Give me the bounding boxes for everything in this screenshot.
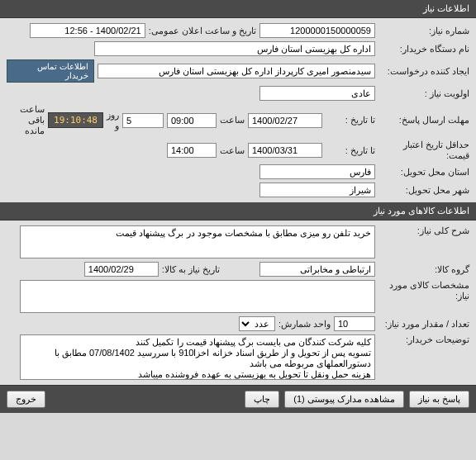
buyer-label: نام دستگاه خریدار:	[378, 44, 469, 55]
creator-label: ایجاد کننده درخواست:	[378, 66, 469, 77]
group-field	[259, 262, 375, 277]
delivery-city-label: شهر محل تحویل:	[378, 185, 469, 196]
contact-buyer-button[interactable]: اطلاعات تماس خریدار	[7, 59, 94, 83]
reply-button[interactable]: پاسخ به نیاز	[409, 391, 469, 408]
section2-body: شرح کلی نیاز: گروه کالا: تاریخ نیاز به ک…	[0, 221, 476, 385]
to-date-label: تا تاریخ :	[326, 115, 375, 126]
deadline-label: مهلت ارسال پاسخ:	[378, 115, 469, 126]
priority-field	[259, 86, 375, 101]
button-bar: پاسخ به نیاز مشاهده مدارک پیوستی (1) چاپ…	[0, 385, 476, 413]
need-by-label: تاریخ نیاز به کالا:	[162, 264, 220, 275]
qty-label: تعداد / مقدار مورد نیاز:	[378, 319, 469, 330]
general-desc-field	[20, 225, 375, 258]
request-no-field	[259, 23, 375, 38]
buyer-field	[94, 41, 375, 56]
notes-label: توضیحات خریدار:	[378, 334, 469, 345]
section2-header: اطلاعات کالاهای مورد نیاز	[0, 202, 476, 221]
time-label-2: ساعت	[220, 145, 245, 156]
delivery-province-field	[259, 164, 375, 179]
request-no-label: شماره نیاز:	[378, 26, 469, 36]
public-datetime-label: تاریخ و ساعت اعلان عمومی:	[149, 26, 256, 36]
general-desc-label: شرح کلی نیاز:	[378, 225, 469, 236]
exit-button[interactable]: خروج	[7, 391, 45, 408]
countdown-timer: 19:10:48	[48, 112, 103, 128]
min-validity-label: حداقل تاریخ اعتبار قیمت:	[378, 140, 469, 161]
time-label-1: ساعت	[220, 115, 245, 126]
day-and-label: روز و	[107, 110, 119, 131]
delivery-province-label: استان محل تحویل:	[378, 167, 469, 178]
qty-field	[334, 316, 375, 331]
min-validity-time-field	[167, 143, 217, 158]
creator-field	[98, 64, 375, 78]
group-label: گروه کالا:	[378, 264, 469, 275]
section1-body: شماره نیاز: تاریخ و ساعت اعلان عمومی: نا…	[0, 18, 476, 202]
need-by-field	[84, 262, 159, 277]
notes-field	[20, 334, 375, 380]
remain-days-field	[122, 113, 164, 128]
specs-field	[20, 280, 375, 313]
deadline-date-field	[248, 113, 322, 128]
view-attachments-button[interactable]: مشاهده مدارک پیوستی (1)	[284, 391, 404, 408]
remain-suffix: ساعت باقی مانده	[7, 104, 45, 136]
deadline-time-field	[167, 113, 217, 128]
public-datetime-field	[30, 23, 145, 38]
to-date-label-2: تا تاریخ :	[326, 145, 375, 156]
unit-label: واحد شمارش:	[278, 319, 331, 330]
delivery-city-field	[259, 183, 375, 197]
unit-select[interactable]: عدد	[239, 316, 275, 331]
specs-label: مشخصات کالای مورد نیاز:	[378, 280, 469, 301]
print-button[interactable]: چاپ	[245, 391, 279, 408]
priority-label: اولویت نیاز :	[378, 88, 469, 99]
section1-header: اطلاعات نیاز	[0, 0, 476, 18]
min-validity-date-field	[248, 143, 322, 158]
